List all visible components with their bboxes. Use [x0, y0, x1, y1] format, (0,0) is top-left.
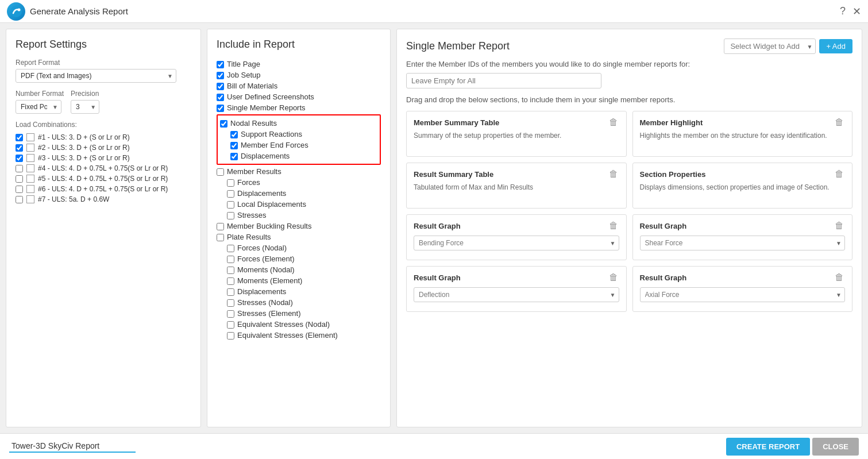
- create-report-button[interactable]: CREATE REPORT: [726, 438, 810, 456]
- widget-member-highlight-desc: Highlights the member on the structure f…: [640, 131, 846, 141]
- member-stresses-checkbox[interactable]: [227, 212, 234, 219]
- plate-results-checkbox[interactable]: [217, 234, 224, 241]
- load-item-1-checkbox[interactable]: [16, 134, 23, 141]
- load-item: #1 - ULS: 3. D + (S or Lr or R): [16, 132, 191, 142]
- widget-result-graph-shear-header: Result Graph 🗑: [640, 221, 846, 231]
- local-displacements-checkbox[interactable]: [227, 201, 234, 209]
- plate-forces-nodal-checkbox[interactable]: [227, 245, 234, 252]
- widget-result-graph-shear-select[interactable]: Bending Force Shear Force Axial Force De…: [640, 236, 846, 250]
- load-item-1-color: [26, 133, 34, 141]
- local-displacements-label: Local Displacements: [237, 200, 306, 209]
- plate-stresses-nodal-checkbox[interactable]: [227, 299, 234, 307]
- number-format-select-wrapper: Fixed Point Scientific ▼: [16, 100, 61, 114]
- job-setup-checkbox[interactable]: [217, 72, 224, 79]
- plate-moments-element-label: Moments (Element): [237, 276, 302, 285]
- nodal-results-label: Nodal Results: [230, 119, 277, 128]
- displacements-nodal-checkbox[interactable]: [230, 153, 238, 160]
- load-item-2-checkbox[interactable]: [16, 144, 23, 152]
- include-in-report-panel: Include in Report Title Page Job Setup B…: [207, 29, 391, 427]
- widget-member-highlight: Member Highlight 🗑 Highlights the member…: [632, 111, 853, 157]
- widget-result-summary-desc: Tabulated form of Max and Min Results: [414, 183, 619, 192]
- member-forces-checkbox[interactable]: [227, 179, 234, 187]
- member-end-forces-checkbox[interactable]: [230, 142, 238, 149]
- window-close-icon[interactable]: ✕: [852, 5, 861, 18]
- support-reactions-label: Support Reactions: [241, 130, 302, 138]
- widget-member-summary-delete-button[interactable]: 🗑: [608, 117, 619, 128]
- project-name-input[interactable]: [9, 440, 136, 453]
- load-item-6-color: [26, 185, 34, 193]
- help-icon[interactable]: ?: [840, 5, 846, 17]
- include-job-setup: Job Setup: [217, 70, 381, 80]
- plate-displacements-checkbox[interactable]: [227, 288, 234, 296]
- plate-stresses-nodal-item: Stresses (Nodal): [227, 297, 381, 308]
- load-item: #7 - ULS: 5a. D + 0.6W: [16, 194, 191, 205]
- load-item-6-checkbox[interactable]: [16, 186, 23, 193]
- load-item-7-checkbox[interactable]: [16, 196, 23, 203]
- report-format-select[interactable]: PDF (Text and Images) PDF (Images Only) …: [16, 69, 176, 83]
- member-buckling-label: Member Buckling Results: [227, 222, 311, 230]
- precision-select-wrapper: 12345 ▼: [71, 100, 99, 114]
- member-ids-input[interactable]: [406, 73, 601, 88]
- member-displacements-item: Displacements: [227, 188, 381, 199]
- include-single-member: Single Member Reports: [217, 102, 381, 113]
- plate-forces-element-item: Forces (Element): [227, 253, 381, 264]
- member-results-item: Member Results: [217, 166, 381, 177]
- single-member-label: Single Member Reports: [227, 103, 306, 112]
- local-displacements-item: Local Displacements: [227, 199, 381, 210]
- widget-add-select[interactable]: Select Widget to Add Member Summary Tabl…: [724, 38, 816, 54]
- precision-group: Precision 12345 ▼: [71, 90, 99, 114]
- widget-result-graph-deflection-select-wrapper: Bending Force Shear Force Axial Force De…: [414, 287, 619, 302]
- title-page-checkbox[interactable]: [217, 61, 224, 68]
- plate-moments-element-item: Moments (Element): [227, 275, 381, 286]
- report-settings-panel: Report Settings Report Format PDF (Text …: [6, 29, 201, 427]
- load-item-3-checkbox[interactable]: [16, 155, 23, 162]
- plate-equiv-stresses-nodal-checkbox[interactable]: [227, 321, 234, 329]
- screenshots-checkbox[interactable]: [217, 94, 224, 101]
- nodal-results-checkbox[interactable]: [220, 120, 227, 128]
- load-item-5-label: #5 - ULS: 4. D + 0.75L + 0.75(S or Lr or…: [38, 175, 168, 183]
- number-format-select[interactable]: Fixed Point Scientific: [16, 100, 61, 114]
- include-title-page: Title Page: [217, 59, 381, 70]
- member-forces-label: Forces: [237, 178, 260, 187]
- load-item-4-checkbox[interactable]: [16, 165, 23, 172]
- plate-displacements-item: Displacements: [227, 286, 381, 297]
- load-item-5-checkbox[interactable]: [16, 175, 23, 183]
- widget-result-graph-shear-delete-button[interactable]: 🗑: [834, 221, 845, 231]
- member-results-checkbox[interactable]: [217, 168, 224, 176]
- widget-result-graph-axial-delete-button[interactable]: 🗑: [834, 272, 845, 283]
- plate-forces-element-checkbox[interactable]: [227, 256, 234, 263]
- close-button[interactable]: CLOSE: [812, 438, 859, 456]
- member-results-children: Forces Displacements Local Displacements…: [227, 177, 381, 221]
- widget-member-highlight-delete-button[interactable]: 🗑: [834, 117, 845, 128]
- load-item-3-label: #3 - ULS: 3. D + (S or Lr or R): [38, 154, 130, 162]
- widget-result-graph-deflection-select[interactable]: Bending Force Shear Force Axial Force De…: [414, 287, 619, 302]
- widget-result-graph-axial-select[interactable]: Bending Force Shear Force Axial Force De…: [640, 287, 846, 302]
- widget-result-graph-bending-delete-button[interactable]: 🗑: [608, 221, 619, 231]
- support-reactions-checkbox[interactable]: [230, 131, 238, 138]
- widget-result-summary-delete-button[interactable]: 🗑: [608, 169, 619, 179]
- plate-stresses-nodal-label: Stresses (Nodal): [237, 298, 293, 307]
- widget-result-graph-bending-select-wrapper: Bending Force Shear Force Axial Force De…: [414, 236, 619, 250]
- member-displacements-checkbox[interactable]: [227, 190, 234, 198]
- plate-stresses-element-checkbox[interactable]: [227, 310, 234, 318]
- add-widget-button[interactable]: + Add: [819, 39, 852, 53]
- single-member-checkbox[interactable]: [217, 105, 224, 112]
- precision-select[interactable]: 12345: [71, 100, 99, 114]
- plate-equiv-stresses-element-checkbox[interactable]: [227, 332, 234, 340]
- widget-result-graph-bending-select[interactable]: Bending Force Shear Force Axial Force De…: [414, 236, 619, 250]
- plate-equiv-stresses-nodal-item: Equivalent Stresses (Nodal): [227, 319, 381, 330]
- single-member-report-panel: Single Member Report Select Widget to Ad…: [396, 29, 862, 427]
- widget-result-summary-table: Result Summary Table 🗑 Tabulated form of…: [406, 163, 627, 209]
- load-item-1-label: #1 - ULS: 3. D + (S or Lr or R): [38, 133, 130, 141]
- bill-of-materials-checkbox[interactable]: [217, 83, 224, 90]
- plate-equiv-stresses-nodal-label: Equivalent Stresses (Nodal): [237, 320, 330, 329]
- widget-section-properties-desc: Displays dimensions, section properties …: [640, 183, 846, 192]
- widget-result-graph-deflection-delete-button[interactable]: 🗑: [608, 272, 619, 283]
- top-bar: Generate Analysis Report ? ✕: [0, 0, 868, 23]
- plate-moments-element-checkbox[interactable]: [227, 277, 234, 285]
- widgets-grid: Member Summary Table 🗑 Summary of the se…: [406, 111, 852, 312]
- member-buckling-checkbox[interactable]: [217, 223, 224, 230]
- widget-member-highlight-header: Member Highlight 🗑: [640, 117, 846, 128]
- widget-section-properties-delete-button[interactable]: 🗑: [834, 169, 845, 179]
- plate-moments-nodal-checkbox[interactable]: [227, 267, 234, 274]
